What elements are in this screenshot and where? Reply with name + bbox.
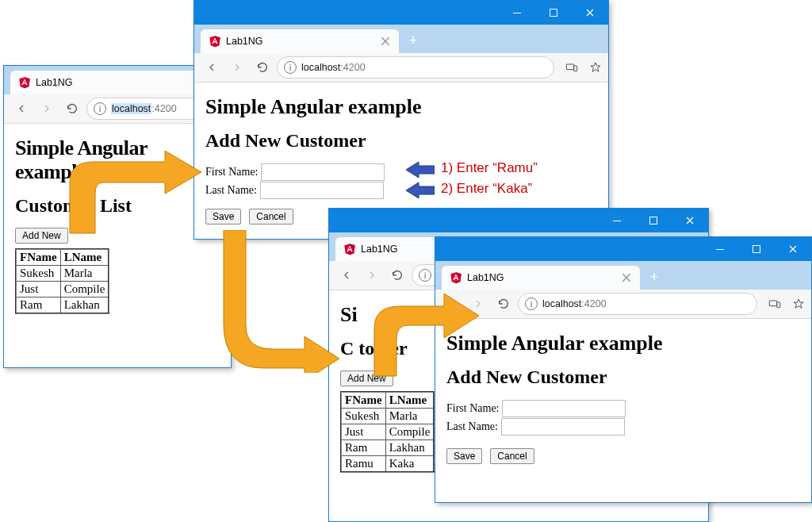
window-titlebar bbox=[329, 209, 708, 232]
address-bar[interactable]: i localhost:4200 bbox=[518, 293, 757, 315]
back-button[interactable] bbox=[201, 56, 223, 79]
save-button[interactable]: Save bbox=[446, 448, 482, 464]
bookmark-icon[interactable] bbox=[589, 61, 602, 74]
back-button[interactable] bbox=[10, 98, 33, 120]
page-content: Simple Angular example Add New Customer … bbox=[435, 319, 811, 472]
section-title: Add New Customer bbox=[205, 130, 597, 152]
tab-strip: Lab1NG + bbox=[194, 25, 608, 53]
browser-toolbar: i localhost:4200 bbox=[194, 53, 608, 83]
forward-button[interactable] bbox=[36, 98, 58, 120]
svg-rect-2 bbox=[513, 13, 521, 13]
browser-toolbar: i localhost:4200 bbox=[435, 290, 811, 319]
table-header-row: FNameLName bbox=[341, 392, 434, 409]
forward-button[interactable] bbox=[226, 56, 248, 79]
angular-icon bbox=[343, 243, 356, 255]
cancel-button[interactable]: Cancel bbox=[249, 209, 293, 225]
page-title: Simple Angular example bbox=[205, 95, 597, 119]
svg-rect-17 bbox=[777, 302, 780, 308]
table-row: JustCompile bbox=[341, 424, 434, 440]
window-minimize-button[interactable] bbox=[599, 209, 635, 232]
angular-icon bbox=[18, 76, 31, 89]
firstname-label: First Name: bbox=[205, 166, 259, 178]
window-close-button[interactable] bbox=[572, 1, 608, 25]
tab-title: Lab1NG bbox=[36, 77, 193, 88]
site-info-icon[interactable]: i bbox=[284, 61, 297, 74]
svg-marker-18 bbox=[406, 162, 435, 178]
forward-button[interactable] bbox=[361, 264, 383, 286]
reload-button[interactable] bbox=[492, 293, 515, 315]
device-icon[interactable] bbox=[768, 297, 781, 310]
table-row: RamLakhan bbox=[16, 297, 109, 314]
svg-rect-8 bbox=[613, 221, 621, 221]
lastname-label: Last Name: bbox=[446, 420, 498, 432]
reload-button[interactable] bbox=[251, 56, 274, 79]
new-tab-button[interactable]: + bbox=[643, 266, 665, 288]
window-close-button[interactable] bbox=[775, 237, 811, 261]
firstname-input[interactable] bbox=[502, 400, 626, 417]
table-row: JustCompile bbox=[16, 282, 109, 297]
table-row: SukeshMarla bbox=[16, 266, 109, 282]
angular-icon bbox=[209, 35, 221, 48]
browser-tab[interactable]: Lab1NG bbox=[201, 29, 399, 53]
annotation-arrow-icon bbox=[406, 160, 435, 179]
svg-rect-16 bbox=[769, 301, 776, 306]
reload-button[interactable] bbox=[386, 264, 408, 286]
svg-rect-9 bbox=[650, 217, 657, 225]
site-info-icon[interactable]: i bbox=[525, 297, 538, 310]
table-row: RamLakhan bbox=[341, 440, 434, 456]
site-info-icon[interactable]: i bbox=[94, 102, 106, 115]
flow-arrow-icon bbox=[46, 151, 205, 238]
browser-tab[interactable]: Lab1NG bbox=[10, 71, 201, 94]
window-close-button[interactable] bbox=[672, 209, 708, 232]
window-maximize-button[interactable] bbox=[635, 209, 672, 232]
flow-arrow-icon bbox=[208, 230, 343, 373]
reload-button[interactable] bbox=[61, 98, 83, 120]
lastname-input[interactable] bbox=[501, 418, 625, 436]
lastname-input[interactable] bbox=[260, 182, 384, 199]
table-row: SukeshMarla bbox=[341, 409, 434, 424]
svg-rect-3 bbox=[550, 10, 557, 17]
device-icon[interactable] bbox=[565, 61, 578, 74]
page-title: Simple Angular example bbox=[446, 332, 800, 355]
bookmark-icon[interactable] bbox=[792, 297, 805, 310]
firstname-input[interactable] bbox=[261, 163, 385, 181]
address-bar[interactable]: i localhost:4200 bbox=[277, 56, 554, 79]
tab-close-icon[interactable] bbox=[380, 36, 391, 47]
window-minimize-button[interactable] bbox=[702, 237, 738, 261]
new-tab-button[interactable]: + bbox=[402, 29, 424, 52]
customer-table: FNameLName SukeshMarla JustCompile RamLa… bbox=[340, 391, 435, 473]
annotation-arrow-icon bbox=[406, 181, 435, 200]
svg-marker-19 bbox=[406, 182, 435, 198]
flow-arrow-icon bbox=[355, 294, 482, 381]
window-minimize-button[interactable] bbox=[499, 1, 535, 25]
save-button[interactable]: Save bbox=[205, 209, 241, 225]
site-info-icon[interactable]: i bbox=[419, 269, 431, 282]
svg-rect-6 bbox=[566, 64, 573, 70]
window-maximize-button[interactable] bbox=[738, 237, 775, 261]
tab-title: Lab1NG bbox=[467, 272, 616, 283]
firstname-label: First Name: bbox=[446, 402, 500, 414]
annotation-step1: 1) Enter “Ramu” bbox=[441, 160, 538, 176]
section-title: Add New Customer bbox=[446, 367, 800, 388]
annotation-step2: 2) Enter “Kaka” bbox=[441, 181, 532, 197]
window-titlebar bbox=[435, 237, 811, 261]
svg-rect-13 bbox=[753, 246, 760, 253]
table-header-row: FNameLName bbox=[16, 249, 109, 266]
tab-strip: Lab1NG + bbox=[435, 261, 811, 290]
browser-tab[interactable]: Lab1NG bbox=[442, 266, 640, 290]
table-row: RamuKaka bbox=[341, 456, 434, 473]
customer-table: FNameLName SukeshMarla JustCompile RamLa… bbox=[15, 248, 109, 314]
svg-rect-7 bbox=[574, 66, 577, 71]
svg-rect-12 bbox=[716, 249, 724, 250]
window-maximize-button[interactable] bbox=[535, 1, 572, 25]
angular-icon bbox=[450, 271, 462, 284]
tab-close-icon[interactable] bbox=[621, 272, 632, 283]
cancel-button[interactable]: Cancel bbox=[490, 448, 534, 464]
lastname-label: Last Name: bbox=[205, 184, 257, 196]
window-titlebar bbox=[194, 1, 608, 25]
tab-title: Lab1NG bbox=[226, 36, 375, 47]
